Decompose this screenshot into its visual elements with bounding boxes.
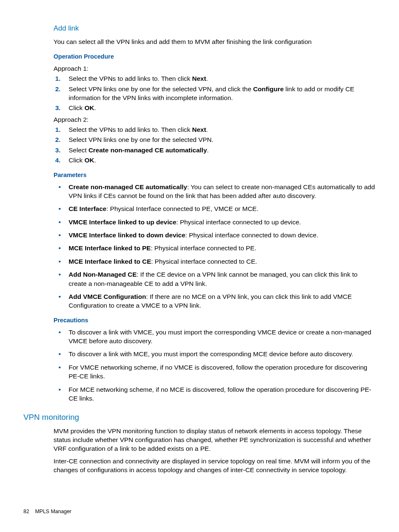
list-item: For VMCE networking scheme, if no VMCE i… [54,363,376,381]
step-bold: Next [192,75,206,82]
param-term: MCE Interface linked to CE [69,258,151,265]
param-text: : Physical interface connected to PE. [151,244,256,252]
approach2-label: Approach 2: [54,115,376,124]
precaution-text: For MCE networking scheme, if no MCE is … [69,386,371,402]
step-text: Select VPN links one by one for the sele… [69,85,253,93]
list-item: MCE Interface linked to PE: Physical int… [54,244,376,252]
approach2-list: 1.Select the VPNs to add links to. Then … [54,125,376,165]
param-text: : Physical Interface connected to PE, VM… [106,205,258,212]
list-item: To discover a link with VMCE, you must i… [54,328,376,346]
heading-vpn-monitoring: VPN monitoring [23,412,376,423]
list-item: 2.Select VPN links one by one for the se… [54,85,376,103]
list-item: VMCE Interface linked to up device: Phys… [54,218,376,226]
step-post: . [206,75,208,82]
vpn-monitoring-p2: Inter-CE connection and connectivity are… [54,457,376,475]
param-term: VMCE Interface linked to up device [69,218,176,226]
heading-precautions: Precautions [54,316,376,324]
list-item: To discover a link with MCE, you must im… [54,350,376,358]
list-item: VMCE Interface linked to down device: Ph… [54,231,376,239]
list-item: 4.Click OK. [54,156,376,164]
vpn-monitoring-p1: MVM provides the VPN monitoring function… [54,427,376,453]
heading-add-link: Add link [54,23,376,33]
step-text: Select the VPNs to add links to. Then cl… [69,75,192,82]
param-term: MCE Interface linked to PE [69,244,151,252]
step-text: Click [69,104,84,111]
step-post: . [206,126,208,133]
list-item: Create non-managed CE automatically: You… [54,182,376,200]
list-item: For MCE networking scheme, if no MCE is … [54,385,376,403]
step-bold: Next [192,126,206,133]
list-item: Add VMCE Configuration: If there are no … [54,292,376,310]
step-post: . [94,157,96,164]
precautions-list: To discover a link with VMCE, you must i… [54,328,376,403]
page: Add link You can select all the VPN link… [0,0,399,532]
param-text: : Physical interface connected to CE. [151,258,257,265]
precaution-text: For VMCE networking scheme, if no VMCE i… [69,364,367,380]
step-post: . [94,104,96,111]
body-content: Add link You can select all the VPN link… [54,23,376,474]
param-term: Add Non-Managed CE [69,271,137,278]
list-item: 2.Select VPN links one by one for the se… [54,135,376,144]
page-footer: 82MPLS Manager [23,508,72,515]
param-term: VMCE Interface linked to down device [69,231,185,239]
precaution-text: To discover a link with MCE, you must im… [69,350,353,357]
list-item: CE Interface: Physical Interface connect… [54,204,376,213]
list-item: 3.Select Create non-managed CE automatic… [54,146,376,154]
step-bold: OK [84,104,94,111]
step-text: Select VPN links one by one for the sele… [69,136,213,143]
list-item: 1.Select the VPNs to add links to. Then … [54,74,376,83]
chapter-title: MPLS Manager [35,509,72,514]
list-item: 3.Click OK. [54,103,376,112]
param-term: Create non-managed CE automatically [69,183,187,190]
param-text: : Physical interface connected to up dev… [176,218,301,226]
heading-parameters: Parameters [54,171,376,179]
step-bold: Create non-managed CE automatically [88,146,207,154]
parameters-list: Create non-managed CE automatically: You… [54,182,376,310]
heading-operation-procedure: Operation Procedure [54,52,376,61]
page-number: 82 [23,509,29,514]
approach1-label: Approach 1: [54,64,376,73]
step-bold: Configure [253,85,284,93]
approach1-list: 1.Select the VPNs to add links to. Then … [54,74,376,113]
param-term: CE Interface [69,205,106,212]
step-text: Select [69,146,88,154]
list-item: Add Non-Managed CE: If the CE device on … [54,270,376,288]
step-text: Click [69,157,84,164]
param-text: : Physical interface connected to down d… [185,231,318,239]
intro-paragraph: You can select all the VPN links and add… [54,37,376,46]
step-text: Select the VPNs to add links to. Then cl… [69,126,192,133]
list-item: 1.Select the VPNs to add links to. Then … [54,125,376,134]
param-term: Add VMCE Configuration [69,293,146,300]
list-item: MCE Interface linked to CE: Physical int… [54,257,376,266]
step-post: . [207,146,209,154]
step-bold: OK [84,157,94,164]
precaution-text: To discover a link with VMCE, you must i… [69,329,371,344]
